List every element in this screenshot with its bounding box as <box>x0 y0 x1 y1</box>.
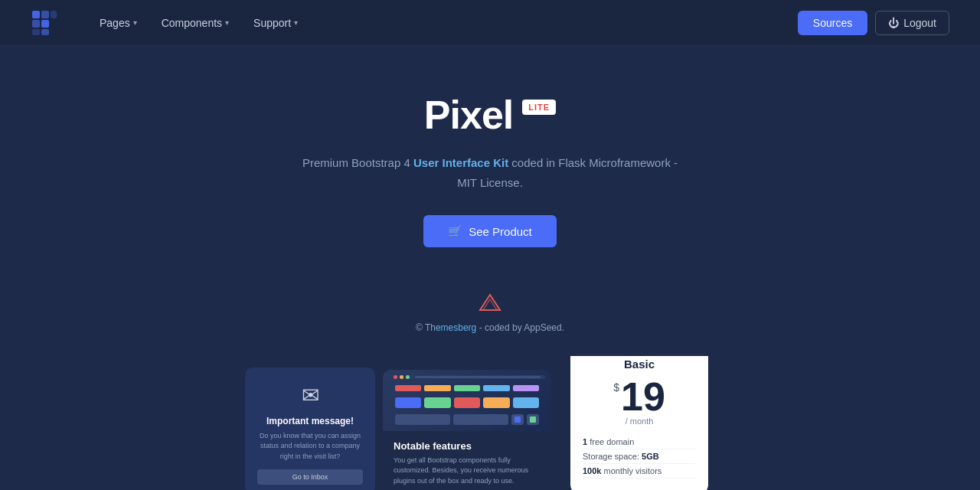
logout-label: Logout <box>903 17 936 29</box>
hero-section: Pixel LITE Premium Bootstrap 4 User Inte… <box>0 46 980 278</box>
pricing-card: Basic $ 19 / month 1 free domain Storage… <box>570 356 708 490</box>
logout-button[interactable]: ⏻ Logout <box>875 11 949 35</box>
nav-pages[interactable]: Pages ▾ <box>89 11 148 35</box>
nav-components-label: Components <box>162 17 222 29</box>
envelope-icon: ✉ <box>257 383 363 408</box>
features-card-body: Notable features You get all Bootstrap c… <box>383 431 551 491</box>
price-amount: 19 <box>621 377 665 416</box>
svg-rect-5 <box>32 29 40 35</box>
lite-badge: LITE <box>522 100 556 115</box>
features-card-text: You get all Bootstrap components fully c… <box>394 456 541 487</box>
nav-support-label: Support <box>253 17 291 29</box>
nav-components[interactable]: Components ▾ <box>151 11 240 35</box>
hero-title-wrap: Pixel LITE <box>424 92 556 138</box>
pricing-feature-visitors: 100k monthly visitors <box>583 464 696 479</box>
nav-pages-label: Pages <box>100 17 130 29</box>
features-card-image <box>383 370 551 431</box>
message-card-title: Important message! <box>257 416 363 426</box>
pricing-card-title: Basic <box>583 358 696 371</box>
svg-rect-4 <box>41 20 49 28</box>
nav-support[interactable]: Support ▾ <box>243 11 309 35</box>
themesberg-icon <box>479 293 501 316</box>
svg-rect-2 <box>51 11 57 18</box>
pricing-feature-domain: 1 free domain <box>583 435 696 449</box>
svg-rect-6 <box>41 29 49 35</box>
svg-rect-0 <box>32 11 40 18</box>
notable-label: Notable <box>394 440 430 452</box>
credit-text: © Themesberg - coded by AppSeed. <box>416 322 564 333</box>
themesberg-link[interactable]: emesberg <box>436 322 476 333</box>
hero-subtitle: Premium Bootstrap 4 User Interface Kit c… <box>299 153 681 192</box>
sources-button[interactable]: Sources <box>798 11 867 35</box>
pricing-feature-storage: Storage space: 5GB <box>583 449 696 464</box>
cart-icon: 🛒 <box>448 224 462 238</box>
message-card: ✉ Important message! Do you know that yo… <box>245 368 375 491</box>
navbar: Pages ▾ Components ▾ Support ▾ Sources ⏻… <box>0 0 980 46</box>
chevron-down-icon: ▾ <box>225 18 229 27</box>
subtitle-highlight: User Interface Kit <box>413 156 508 169</box>
power-icon: ⏻ <box>888 17 899 29</box>
hero-title: Pixel <box>424 92 513 138</box>
svg-rect-1 <box>41 11 49 18</box>
price-dollar: $ <box>613 381 619 394</box>
see-product-label: See Product <box>469 225 532 238</box>
pricing-card-price: $ 19 <box>583 377 696 416</box>
price-period: / month <box>583 416 696 426</box>
message-card-text: Do you know that you can assign status a… <box>257 431 363 462</box>
cards-section: ✉ Important message! Do you know that yo… <box>0 356 980 490</box>
nav-menu: Pages ▾ Components ▾ Support ▾ <box>89 11 798 35</box>
chevron-down-icon: ▾ <box>133 18 137 27</box>
subtitle-prefix: Premium Bootstrap 4 <box>302 156 413 169</box>
navbar-actions: Sources ⏻ Logout <box>798 11 949 35</box>
features-card: Notable features You get all Bootstrap c… <box>383 370 551 491</box>
go-inbox-button[interactable]: Go to Inbox <box>257 469 363 485</box>
features-title-rest: features <box>430 440 472 452</box>
credit-section: © Themesberg - coded by AppSeed. <box>0 278 980 356</box>
see-product-button[interactable]: 🛒 See Product <box>423 215 557 247</box>
chevron-down-icon: ▾ <box>294 18 298 27</box>
logo <box>31 9 58 37</box>
features-card-title: Notable features <box>394 440 541 452</box>
svg-rect-3 <box>32 20 40 28</box>
